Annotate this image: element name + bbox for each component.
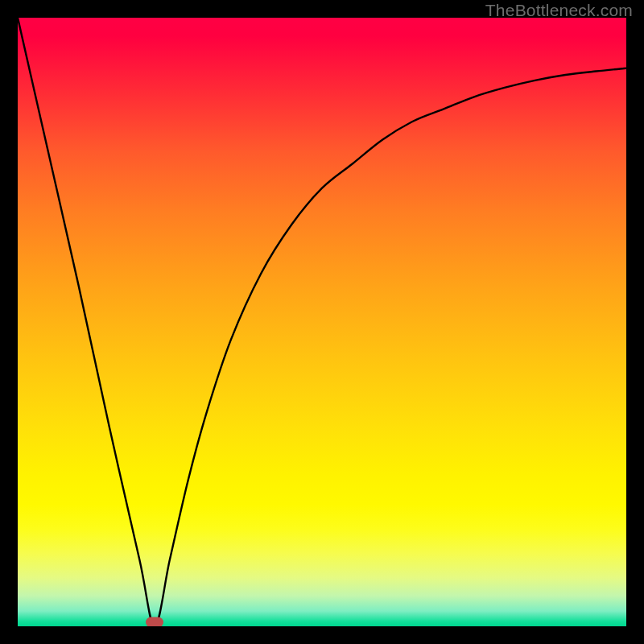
- watermark-text: TheBottleneck.com: [485, 1, 633, 20]
- plot-area: [18, 18, 626, 626]
- chart-frame: TheBottleneck.com: [0, 0, 644, 644]
- bottleneck-curve: [18, 18, 626, 626]
- optimal-point-marker: [146, 617, 163, 626]
- curve-svg: [18, 18, 626, 626]
